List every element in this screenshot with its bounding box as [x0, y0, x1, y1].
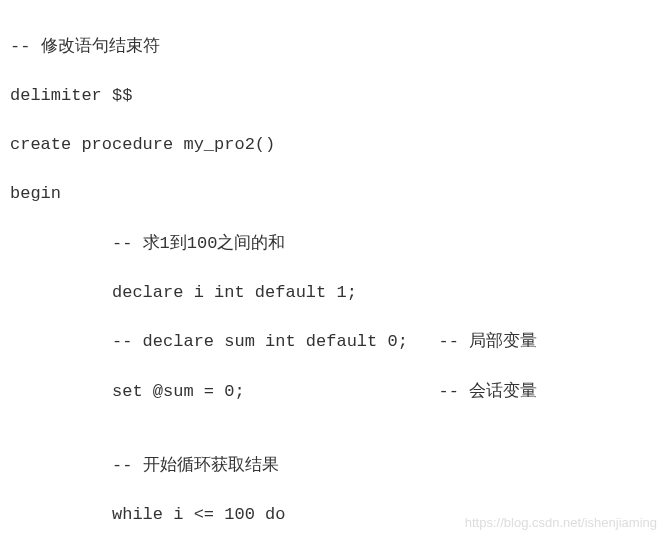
code-line: -- 求1到100之间的和: [10, 232, 659, 257]
code-line: set @sum = 0; -- 会话变量: [10, 380, 659, 405]
code-line: -- 开始循环获取结果: [10, 454, 659, 479]
code-line: -- declare sum int default 0; -- 局部变量: [10, 330, 659, 355]
code-line: declare i int default 1;: [10, 281, 659, 306]
code-line: -- 修改语句结束符: [10, 35, 659, 60]
watermark-text: https://blog.csdn.net/ishenjiaming: [465, 514, 657, 533]
code-line: begin: [10, 182, 659, 207]
sql-code-block: -- 修改语句结束符 delimiter $$ create procedure…: [10, 10, 659, 545]
code-line: create procedure my_pro2(): [10, 133, 659, 158]
code-line: delimiter $$: [10, 84, 659, 109]
